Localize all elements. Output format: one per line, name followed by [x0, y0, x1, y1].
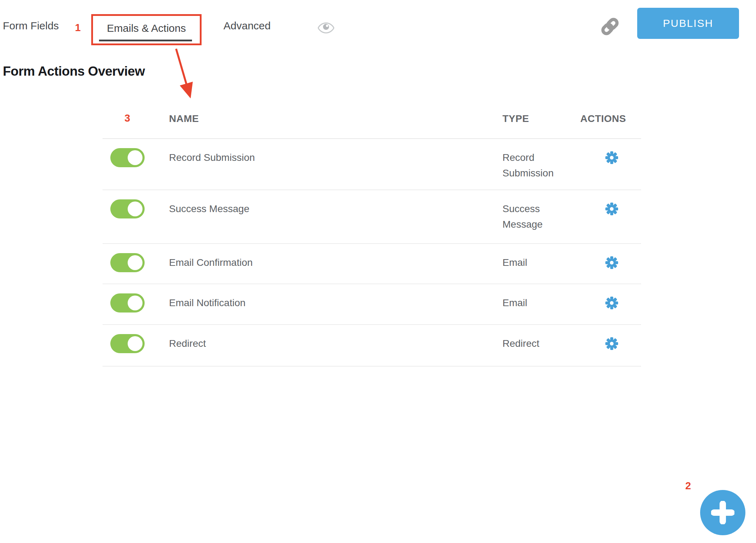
add-action-button[interactable] [700, 490, 745, 535]
annotation-2: 2 [685, 480, 691, 492]
form-actions-table: NAME TYPE ACTIONS Record Submission Reco… [103, 106, 641, 367]
annotation-highlight-box: Emails & Actions [91, 14, 202, 45]
plus-icon [711, 501, 734, 524]
toggle-knob [128, 150, 143, 165]
column-header-actions: ACTIONS [580, 113, 626, 124]
active-tab-underline [99, 40, 192, 41]
gear-icon[interactable] [605, 151, 618, 164]
toggle-knob [128, 336, 143, 351]
tab-emails-and-actions[interactable]: Emails & Actions [107, 22, 186, 34]
table-row: Email Confirmation Email [103, 244, 641, 284]
publish-button[interactable]: PUBLISH [637, 8, 739, 39]
link-icon[interactable] [599, 16, 621, 37]
table-row: Redirect Redirect [103, 325, 641, 367]
toggle-knob [128, 202, 143, 216]
action-name: Success Message [169, 199, 249, 218]
action-name: Email Confirmation [169, 253, 253, 272]
page-title: Form Actions Overview [3, 64, 145, 79]
action-type: Redirect [502, 336, 570, 351]
gear-icon[interactable] [605, 337, 618, 350]
action-name: Redirect [169, 334, 206, 353]
form-builder-page: { "header": { "tabs": [ {"label": "Form … [0, 0, 756, 543]
action-name: Record Submission [169, 148, 255, 167]
toggle-email-notification[interactable] [110, 293, 145, 313]
toggle-redirect[interactable] [110, 334, 145, 353]
toggle-email-confirmation[interactable] [110, 253, 145, 272]
table-row: Record Submission Record Submission [103, 139, 641, 190]
action-type: Email [502, 295, 570, 311]
table-row: Email Notification Email [103, 284, 641, 325]
annotation-arrow [169, 45, 204, 107]
toggle-record-submission[interactable] [110, 148, 145, 167]
tab-advanced[interactable]: Advanced [223, 20, 271, 32]
gear-icon[interactable] [605, 202, 618, 216]
column-header-type: TYPE [502, 113, 529, 124]
action-type: Email [502, 255, 570, 270]
annotation-1: 1 [75, 22, 81, 34]
table-header-row: NAME TYPE ACTIONS [103, 106, 641, 139]
tab-form-fields[interactable]: Form Fields [3, 20, 59, 32]
gear-icon[interactable] [605, 256, 618, 269]
action-type: Success Message [502, 201, 570, 232]
toggle-knob [128, 255, 143, 270]
column-header-name: NAME [169, 113, 199, 124]
toggle-knob [128, 296, 143, 310]
action-type: Record Submission [502, 150, 570, 181]
action-name: Email Notification [169, 293, 245, 313]
eye-icon[interactable] [318, 22, 335, 34]
toggle-success-message[interactable] [110, 199, 145, 218]
table-row: Success Message Success Message [103, 190, 641, 244]
gear-icon[interactable] [605, 296, 618, 310]
